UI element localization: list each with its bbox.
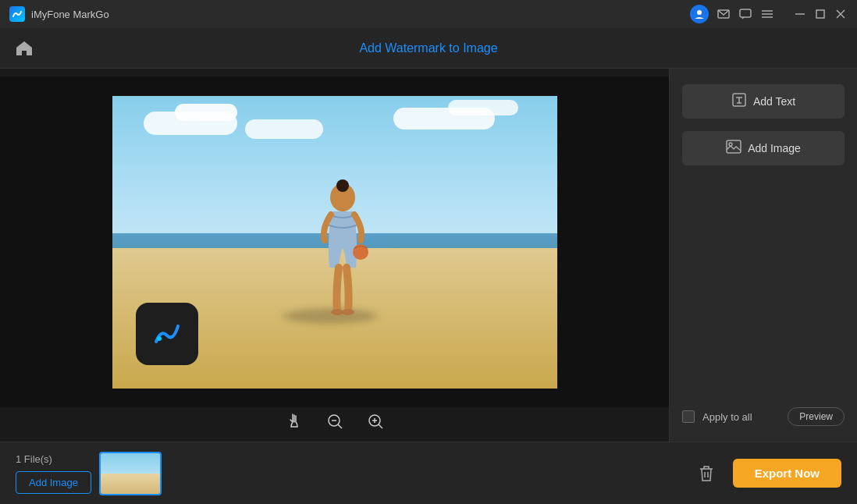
image-icon xyxy=(726,140,741,157)
canvas-toolbar xyxy=(282,407,388,435)
export-now-button[interactable]: Export Now xyxy=(733,459,841,488)
svg-line-21 xyxy=(379,424,382,428)
minimize-button[interactable] xyxy=(793,7,807,21)
home-button[interactable] xyxy=(12,37,36,60)
add-image-bottom-button[interactable]: Add Image xyxy=(16,471,91,494)
svg-point-16 xyxy=(157,336,162,341)
bottom-right: Export Now xyxy=(692,459,841,488)
window-controls xyxy=(793,7,848,21)
watermark-overlay[interactable] xyxy=(136,303,198,365)
apply-all-checkbox[interactable] xyxy=(682,410,695,423)
svg-point-0 xyxy=(697,10,702,15)
bottom-bar: 1 File(s) Add Image Export Now xyxy=(0,442,857,504)
user-avatar-icon[interactable] xyxy=(690,5,709,23)
titlebar-controls xyxy=(690,5,848,23)
file-count: 1 File(s) xyxy=(16,453,91,465)
svg-point-12 xyxy=(331,309,343,315)
thumb-sky xyxy=(101,453,160,474)
apply-all-row: Apply to all Preview xyxy=(682,407,845,426)
girl-figure xyxy=(308,174,378,330)
image-wrapper xyxy=(112,96,557,389)
svg-point-11 xyxy=(336,179,349,192)
menu-icon[interactable] xyxy=(760,7,774,21)
thumbnail-strip xyxy=(91,452,692,495)
header-bar: Add Watermark to Image xyxy=(0,28,857,69)
mail-icon[interactable] xyxy=(717,7,731,21)
cloud-3 xyxy=(245,119,323,139)
text-icon xyxy=(731,92,747,111)
right-panel: Add Text Add Image Apply to all Preview xyxy=(670,69,857,442)
chat-icon[interactable] xyxy=(738,7,752,21)
svg-rect-2 xyxy=(740,9,751,17)
svg-line-18 xyxy=(338,424,342,428)
svg-rect-7 xyxy=(816,10,824,18)
hand-tool-button[interactable] xyxy=(282,409,307,434)
app-title: iMyFone MarkGo xyxy=(31,9,109,20)
delete-button[interactable] xyxy=(692,460,720,488)
maximize-button[interactable] xyxy=(813,7,827,21)
add-text-label: Add Text xyxy=(753,95,795,108)
beach-scene xyxy=(112,96,557,389)
thumb-sand xyxy=(101,474,160,494)
image-container xyxy=(0,76,669,407)
add-text-button[interactable]: Add Text xyxy=(682,84,845,119)
add-image-panel-button[interactable]: Add Image xyxy=(682,131,845,165)
titlebar: iMyFone MarkGo xyxy=(0,0,857,28)
svg-point-13 xyxy=(342,309,354,315)
main-content: Add Text Add Image Apply to all Preview xyxy=(0,69,857,442)
app-logo xyxy=(9,6,25,22)
zoom-out-button[interactable] xyxy=(322,409,347,434)
canvas-area xyxy=(0,69,670,442)
close-button[interactable] xyxy=(834,7,848,21)
preview-button[interactable]: Preview xyxy=(788,407,845,426)
add-image-label: Add Image xyxy=(748,142,801,154)
apply-all-label: Apply to all xyxy=(702,411,752,423)
titlebar-icons xyxy=(690,5,774,23)
thumbnail-item[interactable] xyxy=(99,452,162,495)
titlebar-left: iMyFone MarkGo xyxy=(9,6,109,22)
bottom-left: 1 File(s) Add Image xyxy=(16,453,91,494)
cloud-2 xyxy=(175,104,237,121)
markgo-logo-svg xyxy=(148,315,186,353)
panel-spacer xyxy=(682,178,845,395)
zoom-in-button[interactable] xyxy=(363,409,388,434)
cloud-5 xyxy=(448,100,518,115)
svg-rect-28 xyxy=(727,140,741,153)
page-title: Add Watermark to Image xyxy=(359,41,497,55)
